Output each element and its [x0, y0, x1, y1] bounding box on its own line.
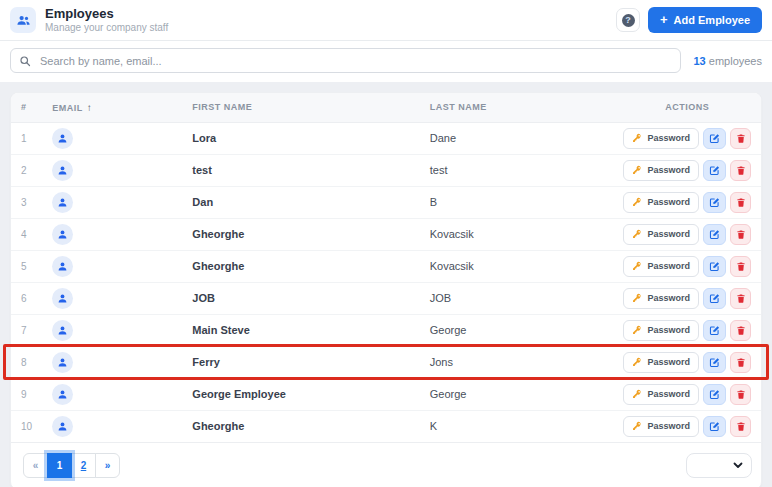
trash-icon	[736, 261, 746, 272]
pagination-page-2[interactable]: 2	[71, 453, 96, 478]
table-row: 4 Gheorghe Kovacsik Password	[11, 218, 761, 250]
last-name-cell: George	[420, 378, 614, 410]
delete-button[interactable]	[730, 384, 751, 405]
trash-icon	[736, 325, 746, 336]
password-button[interactable]: Password	[623, 192, 699, 213]
first-name-cell: Lora	[182, 122, 419, 154]
delete-button[interactable]	[730, 320, 751, 341]
table-row: 7 Main Steve George Password	[11, 314, 761, 346]
page-size-select[interactable]	[686, 453, 752, 478]
password-button[interactable]: Password	[623, 128, 699, 149]
delete-button[interactable]	[730, 160, 751, 181]
edit-button[interactable]	[703, 320, 726, 341]
table-row: 10 Gheorghe K Password	[11, 410, 761, 442]
last-name-cell: Kovacsik	[420, 218, 614, 250]
plus-icon: +	[660, 12, 668, 27]
key-icon	[632, 197, 642, 207]
password-button[interactable]: Password	[623, 288, 699, 309]
add-employee-label: Add Employee	[674, 14, 750, 26]
edit-button[interactable]	[703, 256, 726, 277]
row-number: 1	[11, 122, 42, 154]
edit-icon	[709, 133, 720, 144]
add-employee-button[interactable]: + Add Employee	[648, 7, 762, 33]
row-number: 9	[11, 378, 42, 410]
employee-avatar-icon	[52, 352, 73, 373]
table-row: 1 Lora Dane Password	[11, 122, 761, 154]
key-icon	[632, 133, 642, 143]
password-button-label: Password	[647, 293, 690, 303]
password-button-label: Password	[647, 389, 690, 399]
table-row: 5 Gheorghe Kovacsik Password	[11, 250, 761, 282]
delete-button[interactable]	[730, 352, 751, 373]
edit-button[interactable]	[703, 128, 726, 149]
chevron-down-icon	[732, 459, 744, 471]
password-button[interactable]: Password	[623, 352, 699, 373]
edit-button[interactable]	[703, 288, 726, 309]
key-icon	[632, 165, 642, 175]
edit-icon	[709, 389, 720, 400]
row-number: 6	[11, 282, 42, 314]
delete-button[interactable]	[730, 256, 751, 277]
edit-icon	[709, 325, 720, 336]
first-name-cell: Gheorghe	[182, 218, 419, 250]
column-header-first-name[interactable]: FIRST NAME	[182, 93, 419, 122]
search-input[interactable]	[10, 48, 681, 73]
help-button[interactable]: ?	[616, 8, 640, 32]
delete-button[interactable]	[730, 288, 751, 309]
last-name-cell: K	[420, 410, 614, 442]
first-name-cell: George Employee	[182, 378, 419, 410]
edit-icon	[709, 421, 720, 432]
delete-button[interactable]	[730, 224, 751, 245]
trash-icon	[736, 357, 746, 368]
delete-button[interactable]	[730, 416, 751, 437]
edit-button[interactable]	[703, 352, 726, 373]
edit-button[interactable]	[703, 192, 726, 213]
first-name-cell: Dan	[182, 186, 419, 218]
password-button-label: Password	[647, 421, 690, 431]
pagination-first-button[interactable]: «	[23, 453, 48, 478]
edit-button[interactable]	[703, 416, 726, 437]
password-button[interactable]: Password	[623, 416, 699, 437]
row-number: 5	[11, 250, 42, 282]
password-button[interactable]: Password	[623, 224, 699, 245]
search-icon	[19, 55, 31, 67]
employee-avatar-icon	[52, 384, 73, 405]
delete-button[interactable]	[730, 192, 751, 213]
edit-button[interactable]	[703, 384, 726, 405]
row-number: 4	[11, 218, 42, 250]
row-number: 2	[11, 154, 42, 186]
employee-avatar-icon	[52, 224, 73, 245]
password-button[interactable]: Password	[623, 256, 699, 277]
column-header-last-name[interactable]: LAST NAME	[420, 93, 614, 122]
key-icon	[632, 229, 642, 239]
question-icon: ?	[622, 14, 635, 27]
page-title: Employees	[45, 6, 168, 22]
row-number: 7	[11, 314, 42, 346]
password-button[interactable]: Password	[623, 320, 699, 341]
edit-button[interactable]	[703, 160, 726, 181]
pagination-last-button[interactable]: »	[95, 453, 120, 478]
trash-icon	[736, 293, 746, 304]
password-button-label: Password	[647, 133, 690, 143]
row-number: 3	[11, 186, 42, 218]
pagination-page-1[interactable]: 1	[47, 453, 72, 478]
trash-icon	[736, 197, 746, 208]
column-header-email[interactable]: EMAIL↑	[42, 93, 182, 122]
password-button[interactable]: Password	[623, 384, 699, 405]
topbar: Employees Manage your company staff ? + …	[0, 0, 772, 41]
key-icon	[632, 389, 642, 399]
edit-icon	[709, 261, 720, 272]
password-button[interactable]: Password	[623, 160, 699, 181]
password-button-label: Password	[647, 229, 690, 239]
trash-icon	[736, 421, 746, 432]
edit-button[interactable]	[703, 224, 726, 245]
employees-table: # EMAIL↑ FIRST NAME LAST NAME ACTIONS 1 …	[11, 93, 761, 443]
last-name-cell: test	[420, 154, 614, 186]
edit-icon	[709, 229, 720, 240]
key-icon	[632, 293, 642, 303]
last-name-cell: Kovacsik	[420, 250, 614, 282]
sort-asc-icon: ↑	[87, 102, 93, 113]
password-button-label: Password	[647, 197, 690, 207]
delete-button[interactable]	[730, 128, 751, 149]
row-number: 10	[11, 410, 42, 442]
